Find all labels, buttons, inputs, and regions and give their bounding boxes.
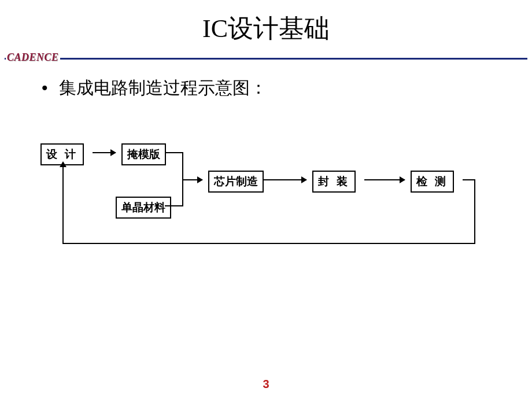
bullet-dot-icon: • [42,78,48,98]
feedback-up [62,162,64,243]
process-diagram: 设 计 掩模版 单晶材料 芯片制造 封 装 检 测 [35,142,497,257]
feedback-down [474,180,475,243]
line-material-up [182,180,183,205]
node-fabrication: 芯片制造 [208,171,264,193]
node-testing: 检 测 [411,171,454,193]
bullet-text: 集成电路制造过程示意图： [59,78,267,97]
arrow-design-mask [93,152,116,153]
line-material-out [165,205,183,206]
bullet-line: • 集成电路制造过程示意图： [42,76,267,100]
brand-watermark: CADENCE [6,51,60,64]
slide-title: IC设计基础 [0,12,532,46]
feedback-bottom [62,243,475,244]
line-mask-down [182,152,183,180]
line-mask-out [165,152,183,153]
node-mask: 掩模版 [121,143,166,165]
arrow-to-fabrication [182,179,202,180]
title-divider [5,58,527,60]
node-material: 单晶材料 [116,197,171,219]
node-packaging: 封 装 [312,171,356,193]
feedback-right-out [463,179,475,180]
page-number: 3 [0,378,532,391]
arrow-pack-test [364,179,405,180]
arrow-fab-pack [263,179,306,180]
